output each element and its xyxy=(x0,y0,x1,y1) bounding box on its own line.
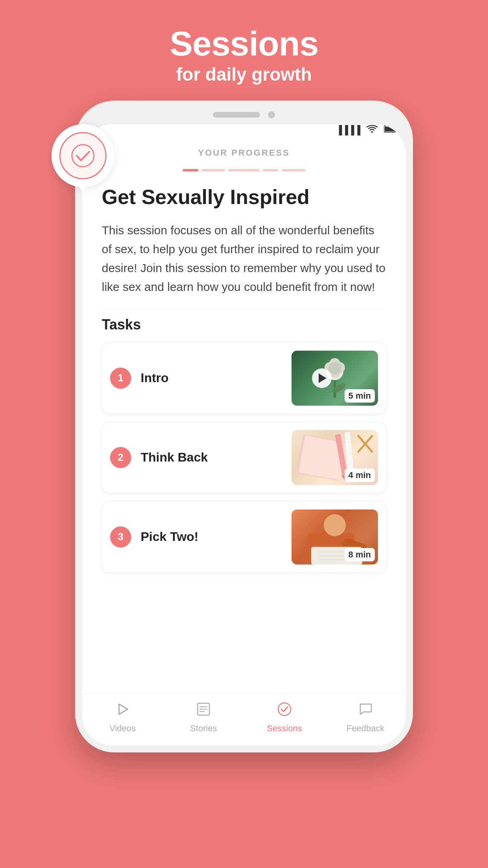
checkmark-icon xyxy=(71,144,95,167)
task-duration-1: 5 min xyxy=(345,389,375,403)
tasks-label: Tasks xyxy=(102,316,386,333)
svg-rect-3 xyxy=(385,127,395,131)
notch-pill xyxy=(213,112,260,118)
svg-point-12 xyxy=(328,362,341,375)
stories-icon xyxy=(196,702,211,720)
task-thumbnail-2: 4 min xyxy=(292,430,378,485)
nav-item-feedback[interactable]: Feedback xyxy=(342,702,389,734)
notch-camera xyxy=(268,111,275,118)
svg-rect-4 xyxy=(396,128,398,130)
status-bar: ▐▐▐▐ xyxy=(82,124,406,136)
wifi-icon xyxy=(367,125,378,136)
nav-item-stories[interactable]: Stories xyxy=(180,702,227,734)
divider xyxy=(102,308,386,309)
nav-label-stories: Stories xyxy=(190,723,217,734)
task-name-1: Intro xyxy=(141,371,282,385)
task-duration-2: 4 min xyxy=(345,469,375,482)
signal-icon: ▐▐▐▐ xyxy=(336,125,360,135)
task-name-3: Pick Two! xyxy=(141,530,282,544)
progress-dot-3 xyxy=(228,169,260,171)
play-button-1[interactable] xyxy=(312,368,332,388)
svg-point-1 xyxy=(371,131,373,133)
svg-point-35 xyxy=(278,703,291,715)
header-section: Sessions for daily growth xyxy=(170,0,318,97)
nav-item-videos[interactable]: Videos xyxy=(99,702,146,734)
task-list: 1 Intro xyxy=(102,342,386,573)
sessions-icon xyxy=(277,702,292,720)
task-duration-3: 8 min xyxy=(345,548,375,561)
videos-icon xyxy=(115,702,130,720)
task-item-3[interactable]: 3 Pick Two! xyxy=(102,501,386,573)
session-description: This session focuses on all of the wonde… xyxy=(102,221,386,296)
phone-frame: ▐▐▐▐ xyxy=(75,101,413,752)
phone-mockup: ▐▐▐▐ xyxy=(75,101,413,752)
nav-item-sessions[interactable]: Sessions xyxy=(261,702,308,734)
task-number-2: 2 xyxy=(110,447,131,468)
svg-point-0 xyxy=(72,145,94,167)
task-number-3: 3 xyxy=(110,526,131,548)
bottom-nav: Videos Stories xyxy=(82,693,406,745)
phone-notch xyxy=(82,108,406,122)
progress-dot-2 xyxy=(202,169,225,171)
page-title: Sessions xyxy=(170,24,318,64)
screen-content: ▐▐▐▐ xyxy=(82,124,406,745)
task-item-1[interactable]: 1 Intro xyxy=(102,342,386,414)
progress-dot-4 xyxy=(263,169,279,171)
nav-label-feedback: Feedback xyxy=(347,723,385,734)
task-thumbnail-3: 8 min xyxy=(292,509,378,565)
svg-point-29 xyxy=(324,514,346,536)
play-triangle-icon xyxy=(319,373,327,383)
task-number-1: 1 xyxy=(110,368,131,389)
progress-dot-5 xyxy=(282,169,305,171)
page-subtitle: for daily growth xyxy=(170,64,318,85)
svg-marker-30 xyxy=(119,704,128,714)
progress-dots xyxy=(82,166,406,178)
progress-header: ‹ YOUR PROGRESS xyxy=(82,136,406,166)
battery-icon xyxy=(384,125,398,135)
nav-label-sessions: Sessions xyxy=(267,723,302,734)
phone-screen: ▐▐▐▐ xyxy=(82,124,406,745)
feedback-icon xyxy=(358,702,373,720)
session-title: Get Sexually Inspired xyxy=(102,186,386,209)
task-name-2: Think Back xyxy=(141,450,282,465)
task-item-2[interactable]: 2 Think Back xyxy=(102,422,386,493)
session-content: Get Sexually Inspired This session focus… xyxy=(82,178,406,693)
task-thumbnail-1: 5 min xyxy=(292,351,378,406)
progress-dot-1 xyxy=(183,169,198,171)
completion-badge xyxy=(51,124,114,187)
nav-label-videos: Videos xyxy=(110,723,136,734)
progress-label: YOUR PROGRESS xyxy=(198,148,290,158)
check-badge-inner xyxy=(59,132,106,179)
